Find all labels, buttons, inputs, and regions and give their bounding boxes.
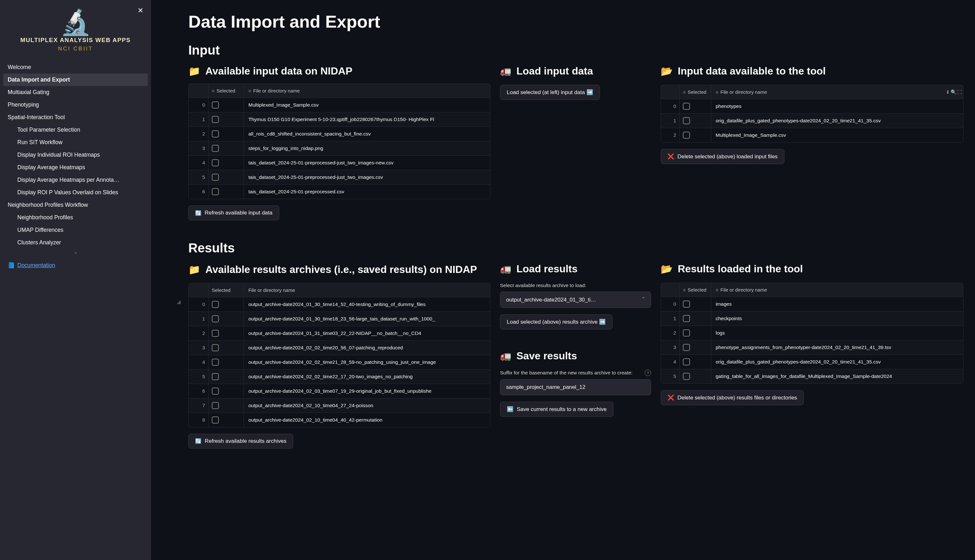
row-checkbox-cell[interactable]	[680, 326, 711, 340]
sidebar-item[interactable]: Display ROI P Values Overlaid on Slides	[3, 186, 148, 199]
selected-header[interactable]: ≡Selected	[680, 85, 711, 99]
table-row[interactable]: 5gating_table_for_all_images_for_datafil…	[661, 369, 963, 383]
row-checkbox-cell[interactable]	[209, 127, 244, 141]
expand-icon[interactable]: ⛶	[957, 89, 962, 95]
row-checkbox-cell[interactable]	[680, 128, 711, 142]
table-row[interactable]: 5output_archive-date2024_02_02_time22_17…	[189, 369, 490, 384]
table-row[interactable]: 6tais_dataset_2024-25-01-preprocessed.cs…	[189, 184, 490, 199]
sidebar-item[interactable]: Display Average Heatmaps per Annota…	[3, 174, 148, 186]
collapse-arrow-icon[interactable]: ◢	[177, 298, 181, 305]
table-row[interactable]: 0output_archive-date2024_01_30_time14_52…	[189, 297, 490, 312]
table-row[interactable]: 4orig_datafile_plus_gated_phenotypes-dat…	[661, 355, 963, 369]
checkbox[interactable]	[212, 301, 219, 308]
sidebar-item[interactable]: Run SIT Workflow	[3, 136, 148, 149]
table-row[interactable]: 2Multiplexed_Image_Sample.csv	[661, 128, 963, 142]
refresh-results-button[interactable]: 🔄 Refresh available results archives	[188, 434, 293, 448]
checkbox[interactable]	[212, 417, 219, 423]
checkbox[interactable]	[212, 102, 219, 108]
search-icon[interactable]: 🔍	[951, 89, 957, 95]
checkbox[interactable]	[212, 145, 219, 152]
file-header[interactable]: ≡File or directory name	[711, 283, 963, 297]
checkbox[interactable]	[212, 344, 219, 351]
close-icon[interactable]: ✕	[137, 7, 143, 14]
row-checkbox-cell[interactable]	[209, 170, 244, 184]
row-checkbox-cell[interactable]	[680, 114, 711, 128]
checkbox[interactable]	[683, 330, 690, 337]
sidebar-item[interactable]: Neighborhood Profiles Workflow	[3, 199, 148, 211]
refresh-input-button[interactable]: 🔄 Refresh available input data	[188, 205, 279, 220]
table-row[interactable]: 1orig_datafile_plus_gated_phenotypes-dat…	[661, 113, 963, 128]
table-row[interactable]: 5tais_dataset_2024-25-01-preprocessed-ju…	[189, 170, 490, 184]
suffix-input[interactable]	[500, 379, 651, 395]
selected-header[interactable]: ≡Selected	[209, 84, 244, 98]
row-checkbox-cell[interactable]	[209, 326, 244, 340]
table-row[interactable]: 3phenotype_assignments_from_phenotyper-d…	[661, 340, 963, 355]
row-checkbox-cell[interactable]	[680, 355, 711, 369]
sidebar-item[interactable]: Multiaxial Gating	[3, 86, 148, 98]
documentation-link-text[interactable]: Documentation	[17, 262, 55, 268]
table-row[interactable]: 1checkpoints	[661, 311, 963, 326]
table-row[interactable]: 8output_archive-date2024_02_10_time04_40…	[189, 413, 490, 427]
help-icon[interactable]: ?	[645, 370, 651, 376]
table-row[interactable]: 1Thymus D150 G10 Experiment 5-10-23.qpti…	[189, 112, 490, 127]
checkbox[interactable]	[683, 358, 690, 365]
table-row[interactable]: 1output_archive-date2024_01_30_time18_23…	[189, 312, 490, 326]
sidebar-item[interactable]: Clusters Analyzer	[3, 236, 148, 249]
sidebar-item[interactable]: Tool Parameter Selection	[3, 123, 148, 136]
row-checkbox-cell[interactable]	[209, 98, 244, 112]
table-row[interactable]: 3output_archive-date2024_02_02_time20_56…	[189, 340, 490, 355]
row-checkbox-cell[interactable]	[209, 384, 244, 398]
table-row[interactable]: 2output_archive-date2024_01_31_time03_22…	[189, 326, 490, 340]
download-icon[interactable]: ⬇	[946, 89, 950, 95]
checkbox[interactable]	[212, 174, 219, 181]
row-checkbox-cell[interactable]	[209, 370, 244, 384]
table-row[interactable]: 7output_archive-date2024_02_10_time04_27…	[189, 398, 490, 413]
sidebar-item[interactable]: Welcome	[3, 61, 148, 73]
row-checkbox-cell[interactable]	[209, 185, 244, 199]
checkbox[interactable]	[212, 373, 219, 380]
checkbox[interactable]	[683, 344, 690, 351]
results-archive-select[interactable]: output_archive-date2024_01_30_ti… ˅	[500, 292, 651, 308]
row-checkbox-cell[interactable]	[209, 112, 244, 127]
checkbox[interactable]	[212, 330, 219, 337]
checkbox[interactable]	[683, 103, 690, 110]
load-results-archive-button[interactable]: Load selected (above) results archive ➡️	[500, 314, 612, 330]
table-row[interactable]: 0images	[661, 297, 963, 311]
row-checkbox-cell[interactable]	[209, 312, 244, 326]
table-row[interactable]: 6output_archive-date2024_02_03_time07_19…	[189, 384, 490, 398]
checkbox[interactable]	[683, 315, 690, 322]
checkbox[interactable]	[683, 300, 690, 308]
checkbox[interactable]	[212, 359, 219, 366]
sidebar-item[interactable]: Display Individual ROI Heatmaps	[3, 149, 148, 161]
documentation-link[interactable]: 📘Documentation	[3, 259, 148, 272]
sidebar-item[interactable]: Spatial-Interaction Tool	[3, 111, 148, 123]
delete-input-files-button[interactable]: ❌ Delete selected (above) loaded input f…	[661, 149, 784, 164]
row-checkbox-cell[interactable]	[209, 355, 244, 369]
table-row[interactable]: 2logs	[661, 326, 963, 340]
checkbox[interactable]	[212, 388, 219, 395]
selected-header[interactable]: Selected	[209, 283, 244, 297]
sidebar-item[interactable]: Neighborhood Profiles	[3, 211, 148, 224]
row-checkbox-cell[interactable]	[680, 369, 711, 383]
file-header[interactable]: ≡File or directory name	[244, 84, 490, 98]
selected-header[interactable]: ≡Selected	[680, 283, 711, 297]
checkbox[interactable]	[212, 116, 219, 123]
checkbox[interactable]	[212, 315, 219, 322]
table-row[interactable]: 4tais_dataset_2024-25-01-preprocessed-ju…	[189, 155, 490, 170]
row-checkbox-cell[interactable]	[209, 297, 244, 312]
row-checkbox-cell[interactable]	[209, 413, 244, 427]
sidebar-item[interactable]: Phenotyping	[3, 98, 148, 111]
delete-results-files-button[interactable]: ❌ Delete selected (above) results files …	[661, 390, 804, 405]
nav-expand-caret[interactable]: ⌄	[3, 249, 148, 255]
sidebar-item[interactable]: Data Import and Export	[3, 73, 148, 86]
file-header[interactable]: ≡File or directory name	[711, 85, 944, 99]
checkbox[interactable]	[683, 373, 690, 380]
row-checkbox-cell[interactable]	[209, 341, 244, 355]
table-row[interactable]: 3steps_for_logging_into_nidap.png	[189, 141, 490, 155]
table-row[interactable]: 4output_archive-date2024_02_02_time21_28…	[189, 355, 490, 369]
table-row[interactable]: 0phenotypes	[661, 99, 963, 113]
row-checkbox-cell[interactable]	[209, 398, 244, 413]
table-row[interactable]: 2all_rois_cd8_shifted_inconsistent_spaci…	[189, 127, 490, 141]
checkbox[interactable]	[212, 130, 219, 137]
table-row[interactable]: 0Multiplexed_Image_Sample.csv	[189, 98, 490, 112]
